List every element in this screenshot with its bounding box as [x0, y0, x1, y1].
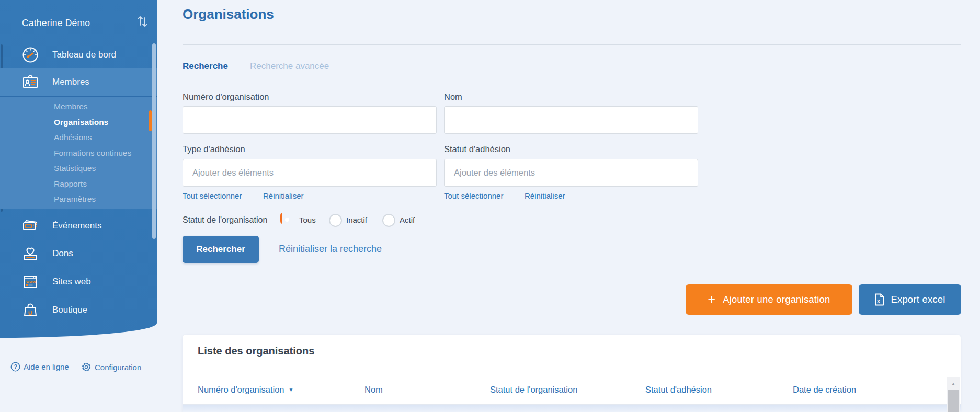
sort-desc-icon: ▼ — [289, 387, 294, 393]
list-title: Liste des organisations — [198, 345, 314, 357]
sidebar-item-label: Membres — [52, 77, 89, 87]
submenu-item-adhesions[interactable]: Adhésions — [54, 133, 92, 142]
type-adhesion-reset-link[interactable]: Réinitialiser — [263, 191, 304, 200]
gauge-icon — [21, 45, 40, 64]
id-card-icon — [21, 73, 40, 91]
field-label-statut-adhesion: Statut d'adhésion — [444, 144, 510, 154]
column-header-statut-organisation[interactable]: Statut de l'organisation — [490, 385, 577, 395]
account-name[interactable]: Catherine Démo — [22, 18, 90, 29]
sidebar-item-boutique[interactable]: Boutique — [0, 296, 157, 324]
sidebar-item-tableau-de-bord[interactable]: Tableau de bord — [0, 41, 157, 68]
column-header-date-creation[interactable]: Date de création — [793, 385, 856, 395]
tab-recherche-avancee[interactable]: Recherche avancée — [250, 61, 329, 72]
statut-organisation-label: Statut de l'organisation — [183, 215, 267, 225]
radio-actif-label[interactable]: Actif — [400, 215, 415, 224]
gear-icon — [81, 362, 92, 372]
column-header-statut-adhesion[interactable]: Statut d'adhésion — [645, 385, 712, 395]
page-title: Organisations — [183, 6, 274, 22]
excel-file-icon: x — [874, 293, 884, 306]
sidebar-item-dons[interactable]: Dons — [0, 240, 157, 267]
rechercher-button[interactable]: Rechercher — [183, 236, 259, 263]
radio-inactif[interactable] — [329, 214, 342, 227]
submenu-item-statistiques[interactable]: Statistiques — [54, 164, 96, 173]
help-link-label: Aide en ligne — [24, 362, 69, 371]
svg-text:WWW: WWW — [26, 280, 36, 284]
export-excel-button[interactable]: x Export excel — [859, 284, 961, 315]
statut-adhesion-select-all-link[interactable]: Tout sélectionner — [444, 191, 503, 200]
tickets-icon — [21, 216, 40, 235]
sidebar-scrollbar-track[interactable] — [152, 43, 156, 239]
field-label-type-adhesion: Type d'adhésion — [183, 144, 245, 154]
submenu-item-membres[interactable]: Membres — [54, 102, 88, 111]
type-adhesion-multiselect[interactable]: Ajouter des éléments — [183, 159, 437, 187]
field-label-numero-organisation: Numéro d'organisation — [183, 92, 269, 102]
column-header-numero-organisation[interactable]: Numéro d'organisation▼ — [198, 385, 293, 395]
shopping-bag-icon — [21, 301, 40, 319]
membres-submenu: Membres Organisations Adhésions Formatio… — [0, 97, 157, 209]
question-circle-icon: ? — [10, 362, 20, 372]
multiselect-placeholder: Ajouter des éléments — [454, 168, 535, 178]
svg-text:?: ? — [14, 363, 17, 370]
svg-text:x: x — [878, 298, 881, 304]
sidebar-item-label: Tableau de bord — [52, 50, 116, 60]
numero-organisation-input[interactable] — [183, 106, 437, 134]
ajouter-organisation-button[interactable]: + Ajouter une organisation — [686, 284, 852, 315]
plus-icon: + — [708, 293, 716, 306]
up-arrow-icon: ▲ — [951, 381, 956, 386]
sidebar-item-label: Dons — [52, 248, 73, 259]
browser-icon: WWW — [21, 272, 40, 291]
active-item-indicator — [149, 110, 152, 131]
statut-adhesion-reset-link[interactable]: Réinitialiser — [525, 191, 565, 200]
app-root: { "colors": { "sidebar_blue": "#3478b5",… — [0, 0, 980, 412]
multiselect-placeholder: Ajouter des éléments — [192, 168, 274, 178]
submenu-item-organisations[interactable]: Organisations — [54, 118, 108, 127]
configuration-link-label: Configuration — [95, 363, 141, 372]
tab-recherche[interactable]: Recherche — [183, 61, 228, 72]
donation-box-icon — [21, 244, 40, 263]
field-label-nom: Nom — [444, 92, 462, 102]
statut-adhesion-multiselect[interactable]: Ajouter des éléments — [444, 159, 698, 187]
configuration-link[interactable]: Configuration — [81, 362, 141, 372]
submenu-item-parametres[interactable]: Paramètres — [54, 194, 96, 204]
scrollbar-thumb[interactable] — [948, 390, 959, 412]
organisations-list-card: Liste des organisations Numéro d'organis… — [183, 335, 961, 412]
table-scrollbar[interactable]: ▲ — [947, 377, 960, 412]
sidebar: Catherine Démo Tableau de bord — [0, 0, 157, 338]
column-header-nom[interactable]: Nom — [364, 385, 383, 395]
title-divider — [183, 44, 961, 45]
reinitialiser-recherche-link[interactable]: Réinitialiser la recherche — [279, 244, 382, 255]
sidebar-item-label: Boutique — [52, 305, 87, 315]
table-row — [183, 405, 961, 412]
radio-inactif-label[interactable]: Inactif — [346, 215, 367, 224]
ajouter-organisation-label: Ajouter une organisation — [723, 294, 830, 305]
sidebar-item-sites-web[interactable]: WWW Sites web — [0, 268, 157, 295]
sidebar-item-evenements[interactable]: Événements — [0, 212, 157, 239]
help-link[interactable]: ? Aide en ligne — [10, 362, 69, 372]
radio-tous-label[interactable]: Tous — [299, 215, 316, 224]
sidebar-item-label: Sites web — [52, 277, 91, 287]
export-excel-label: Export excel — [891, 294, 945, 305]
submenu-item-formations[interactable]: Formations continues — [54, 148, 131, 158]
sidebar-item-label: Événements — [52, 221, 102, 231]
collapse-sidebar-icon[interactable] — [136, 14, 150, 28]
sidebar-item-membres[interactable]: Membres — [0, 68, 157, 96]
radio-actif[interactable] — [382, 214, 395, 227]
scroll-up-button[interactable]: ▲ — [947, 377, 960, 390]
nom-input[interactable] — [444, 106, 698, 134]
submenu-item-rapports[interactable]: Rapports — [54, 179, 87, 189]
radio-tous[interactable] — [280, 213, 282, 224]
type-adhesion-select-all-link[interactable]: Tout sélectionner — [183, 191, 242, 200]
